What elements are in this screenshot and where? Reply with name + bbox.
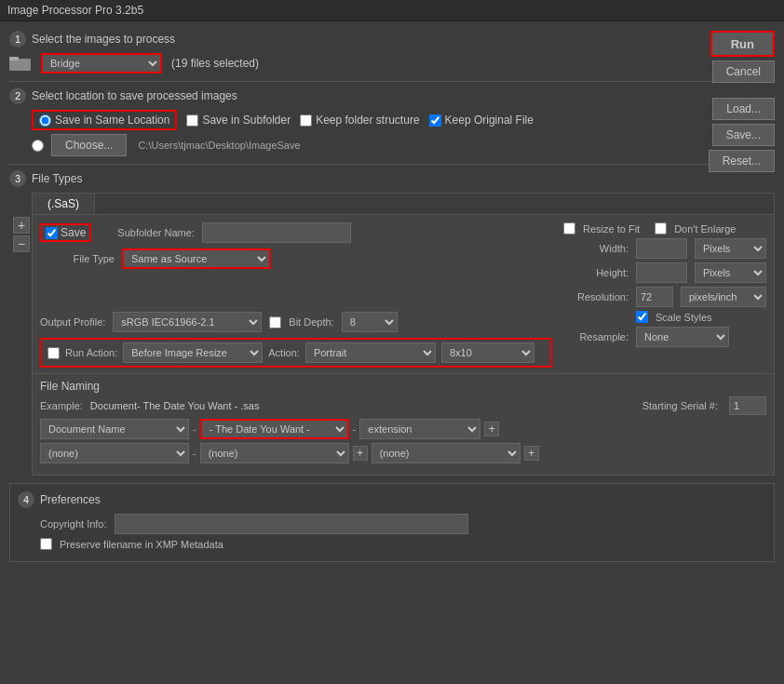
- naming-select-6[interactable]: (none) extension: [372, 443, 520, 463]
- bit-depth-label: Bit Depth:: [289, 316, 333, 328]
- choose-location-radio[interactable]: [32, 140, 44, 152]
- resolution-row: Resolution: pixels/inch pixels/cm: [563, 287, 766, 307]
- folder-icon[interactable]: [9, 54, 32, 73]
- save-label: Save: [61, 226, 86, 239]
- resolution-unit-select[interactable]: pixels/inch pixels/cm: [681, 287, 766, 307]
- dont-enlarge-checkbox[interactable]: [655, 222, 667, 235]
- choose-button[interactable]: Choose...: [51, 134, 127, 156]
- action-select[interactable]: Portrait Landscape: [305, 342, 436, 363]
- keep-folder-option[interactable]: Keep folder structure: [300, 114, 419, 127]
- section4-title: Preferences: [40, 493, 101, 506]
- divider2: [9, 164, 775, 165]
- width-label: Width:: [563, 243, 629, 254]
- section2-header: 2 Select location to save processed imag…: [9, 87, 775, 104]
- save-subfolder-checkbox[interactable]: [186, 114, 198, 127]
- remove-filetype-button[interactable]: −: [13, 235, 30, 252]
- copyright-input[interactable]: [115, 514, 468, 534]
- add-naming-button2[interactable]: +: [353, 446, 368, 461]
- run-action-select[interactable]: Before Image Resize After Image Resize: [123, 342, 263, 363]
- height-input[interactable]: [636, 262, 687, 283]
- keep-original-checkbox[interactable]: [429, 114, 441, 127]
- preserve-filename-checkbox[interactable]: [40, 538, 52, 550]
- section2-title: Select location to save processed images: [32, 89, 237, 102]
- scale-styles-checkbox[interactable]: [636, 311, 648, 323]
- file-type-select[interactable]: Same as Source JPEG PSD TIFF PNG: [122, 248, 271, 269]
- subfolder-name-input[interactable]: [202, 222, 351, 243]
- preserve-filename-label: Preserve filename in XMP Metadata: [60, 539, 223, 550]
- save-same-location-option[interactable]: Save in Same Location: [32, 110, 177, 130]
- resize-to-fit-checkbox[interactable]: [563, 222, 575, 235]
- example-row: Example: Document- The Date You Want - .…: [40, 396, 766, 415]
- tabs-bar: (.SaS): [33, 194, 774, 215]
- source-select[interactable]: Bridge Open Files Folder: [41, 53, 162, 74]
- height-row: Height: Pixels Inches: [563, 262, 766, 283]
- svg-rect-1: [9, 57, 19, 60]
- naming-select-2[interactable]: - The Date You Want - - Date: [200, 419, 349, 439]
- section2-options: Save in Same Location Save in Subfolder …: [32, 110, 775, 130]
- section4-header: 4 Preferences: [18, 491, 766, 508]
- scale-styles-label: Scale Styles: [656, 312, 712, 323]
- bit-depth-select[interactable]: 8 16 32: [342, 312, 398, 332]
- width-row: Width: Pixels Inches: [563, 238, 766, 259]
- resolution-input[interactable]: [636, 287, 673, 307]
- resample-select[interactable]: None Bicubic Bilinear: [636, 327, 729, 347]
- files-selected: (19 files selected): [171, 57, 259, 70]
- save-same-location-label: Save in Same Location: [55, 114, 169, 127]
- section1-title: Select the images to process: [32, 33, 175, 46]
- bit-depth-checkbox[interactable]: [269, 316, 281, 329]
- save-checkbox-wrap[interactable]: Save: [40, 223, 91, 242]
- starting-serial-input[interactable]: [729, 396, 766, 415]
- file-types-panel: (.SaS) Save Subfolder Name:: [32, 193, 775, 476]
- add-filetype-button[interactable]: +: [13, 217, 30, 234]
- file-naming-section: File Naming Example: Document- The Date …: [33, 373, 774, 475]
- keep-folder-checkbox[interactable]: [300, 114, 312, 127]
- copyright-row: Copyright Info:: [18, 514, 766, 534]
- width-input[interactable]: [636, 238, 687, 259]
- save-same-location-radio[interactable]: [39, 114, 51, 127]
- section3-header: 3 File Types: [9, 170, 775, 187]
- add-remove-buttons: + −: [13, 217, 30, 252]
- add-naming-button[interactable]: +: [484, 422, 499, 436]
- save-checkbox[interactable]: [46, 227, 58, 239]
- resolution-label: Resolution:: [563, 291, 629, 302]
- naming-select-1[interactable]: Document Name filename: [40, 419, 189, 439]
- scale-styles-row: Scale Styles: [563, 311, 766, 323]
- naming-select-4[interactable]: (none) Document Name: [40, 443, 189, 463]
- resize-to-fit-row: Resize to Fit Don't Enlarge: [563, 222, 766, 235]
- main-dialog: Run Cancel Load... Save... Reset... 1 Se…: [0, 21, 784, 683]
- section3-title: File Types: [32, 172, 82, 185]
- resize-to-fit-label: Resize to Fit: [583, 223, 640, 235]
- dont-enlarge-label: Don't Enlarge: [674, 223, 736, 235]
- file-naming-title: File Naming: [40, 380, 766, 393]
- keep-folder-label: Keep folder structure: [316, 114, 419, 127]
- height-unit-select[interactable]: Pixels Inches: [695, 262, 766, 283]
- add-naming-button3[interactable]: +: [524, 446, 539, 461]
- example-label: Example:: [40, 400, 83, 411]
- section2-number: 2: [9, 87, 26, 104]
- naming-select-5[interactable]: (none) - Date: [200, 443, 349, 463]
- save-path: C:\Users\tjmac\Desktop\ImageSave: [138, 140, 300, 151]
- section1-body: Bridge Open Files Folder (19 files selec…: [9, 53, 775, 74]
- example-value: Document- The Date You Want - .sas: [90, 400, 260, 411]
- tab-sas[interactable]: (.SaS): [33, 194, 95, 214]
- naming-row2: (none) Document Name - (none) - Date + (…: [40, 443, 766, 463]
- run-action-checkbox[interactable]: [47, 347, 60, 359]
- resample-row: Resample: None Bicubic Bilinear: [563, 327, 766, 347]
- title-bar: Image Processor Pro 3.2b5: [0, 0, 784, 21]
- file-type-row: File Type Same as Source JPEG PSD TIFF P…: [40, 248, 552, 269]
- section3: 3 File Types + − (.SaS): [9, 170, 775, 476]
- save-subfolder-option[interactable]: Save in Subfolder: [186, 114, 291, 127]
- save-row: Save Subfolder Name:: [40, 222, 552, 243]
- action-label: Action:: [268, 347, 300, 358]
- output-profile-select[interactable]: sRGB IEC61966-2.1 Adobe RGB ProPhoto RGB: [113, 312, 262, 332]
- subfolder-name-label: Subfolder Name:: [117, 227, 195, 238]
- keep-original-option[interactable]: Keep Original File: [429, 114, 534, 127]
- naming-row1: Document Name filename - - The Date You …: [40, 419, 766, 439]
- size-select[interactable]: 8x10 5x7 4x6: [441, 342, 534, 363]
- width-unit-select[interactable]: Pixels Inches: [695, 238, 766, 259]
- naming-select-3[interactable]: extension .ext: [359, 419, 480, 439]
- section4-number: 4: [18, 491, 34, 508]
- app-title: Image Processor Pro 3.2b5: [7, 4, 143, 17]
- copyright-label: Copyright Info:: [40, 518, 107, 530]
- output-profile-row: Output Profile: sRGB IEC61966-2.1 Adobe …: [40, 312, 552, 332]
